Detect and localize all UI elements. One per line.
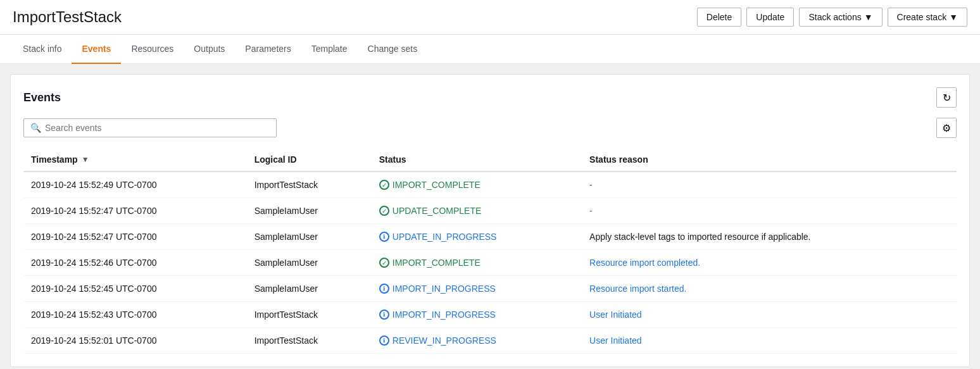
events-table: Timestamp ▼ Logical ID Status Status rea… <box>23 148 957 354</box>
status-reason-dash: - <box>589 206 593 216</box>
status-progress-icon: ℹ <box>379 310 389 320</box>
status-progress-icon: ℹ <box>379 232 389 242</box>
cell-status: ℹUPDATE_IN_PROGRESS <box>372 224 582 250</box>
delete-button[interactable]: Delete <box>697 8 741 27</box>
events-card: Events ↻ 🔍 ⚙ Timestamp ▼ <box>10 74 970 367</box>
status-progress-icon: ℹ <box>379 284 389 294</box>
header-actions: Delete Update Stack actions ▼ Create sta… <box>697 8 967 27</box>
cell-status-reason: - <box>582 172 957 198</box>
cell-status: ℹREVIEW_IN_PROGRESS <box>372 328 582 354</box>
status-reason-text: Apply stack-level tags to imported resou… <box>589 232 810 242</box>
table-row: 2019-10-24 15:52:01 UTC-0700ImportTestSt… <box>23 328 957 354</box>
status-text: IMPORT_COMPLETE <box>393 258 481 268</box>
status-reason-link[interactable]: User Initiated <box>589 335 641 346</box>
chevron-down-icon: ▼ <box>949 12 958 22</box>
cell-status-reason: - <box>582 198 957 224</box>
status-reason-link[interactable]: User Initiated <box>589 310 641 320</box>
cell-timestamp: 2019-10-24 15:52:49 UTC-0700 <box>23 172 247 198</box>
chevron-down-icon: ▼ <box>864 12 873 22</box>
col-header-status: Status <box>372 148 582 172</box>
status-text: REVIEW_IN_PROGRESS <box>393 335 496 346</box>
status-reason-link[interactable]: Resource import started. <box>589 284 686 294</box>
cell-status-reason: Resource import completed. <box>582 250 957 276</box>
tab-bar: Stack info Events Resources Outputs Para… <box>0 35 980 64</box>
page-title: ImportTestStack <box>13 8 122 26</box>
cell-logical-id: SampleIamUser <box>247 198 372 224</box>
card-header: Events ↻ <box>23 87 957 108</box>
tab-events[interactable]: Events <box>72 35 121 64</box>
tab-outputs[interactable]: Outputs <box>184 35 235 64</box>
col-header-status-reason: Status reason <box>582 148 957 172</box>
cell-status: ℹIMPORT_IN_PROGRESS <box>372 302 582 328</box>
cell-timestamp: 2019-10-24 15:52:47 UTC-0700 <box>23 224 247 250</box>
status-text: IMPORT_IN_PROGRESS <box>393 310 496 320</box>
cell-status-reason: Apply stack-level tags to imported resou… <box>582 224 957 250</box>
tab-resources[interactable]: Resources <box>121 35 184 64</box>
cell-timestamp: 2019-10-24 15:52:01 UTC-0700 <box>23 328 247 354</box>
col-header-logical-id: Logical ID <box>247 148 372 172</box>
status-reason-link[interactable]: Resource import completed. <box>589 258 700 268</box>
stack-actions-button[interactable]: Stack actions ▼ <box>799 8 882 27</box>
search-row: 🔍 ⚙ <box>23 118 957 138</box>
cell-logical-id: SampleIamUser <box>247 224 372 250</box>
refresh-button[interactable]: ↻ <box>936 87 957 108</box>
cell-timestamp: 2019-10-24 15:52:45 UTC-0700 <box>23 276 247 302</box>
sort-icon[interactable]: ▼ <box>82 155 89 164</box>
status-complete-icon: ✓ <box>379 206 389 216</box>
table-row: 2019-10-24 15:52:47 UTC-0700SampleIamUse… <box>23 198 957 224</box>
cell-status-reason: Resource import started. <box>582 276 957 302</box>
main-content: Events ↻ 🔍 ⚙ Timestamp ▼ <box>0 64 980 369</box>
status-text: UPDATE_IN_PROGRESS <box>393 232 497 242</box>
status-complete-icon: ✓ <box>379 258 389 268</box>
cell-status-reason: User Initiated <box>582 328 957 354</box>
status-complete-icon: ✓ <box>379 180 389 190</box>
status-text: IMPORT_COMPLETE <box>393 180 481 190</box>
cell-status: ✓UPDATE_COMPLETE <box>372 198 582 224</box>
cell-status-reason: User Initiated <box>582 302 957 328</box>
search-box: 🔍 <box>23 118 277 137</box>
refresh-icon: ↻ <box>943 92 951 104</box>
table-header-row: Timestamp ▼ Logical ID Status Status rea… <box>23 148 957 172</box>
cell-logical-id: SampleIamUser <box>247 276 372 302</box>
cell-status: ✓IMPORT_COMPLETE <box>372 250 582 276</box>
cell-timestamp: 2019-10-24 15:52:46 UTC-0700 <box>23 250 247 276</box>
page-header: ImportTestStack Delete Update Stack acti… <box>0 0 980 35</box>
table-row: 2019-10-24 15:52:49 UTC-0700ImportTestSt… <box>23 172 957 198</box>
status-text: IMPORT_IN_PROGRESS <box>393 284 496 294</box>
card-title: Events <box>23 91 61 104</box>
tab-stack-info[interactable]: Stack info <box>13 35 72 64</box>
search-input[interactable] <box>45 123 270 133</box>
cell-logical-id: ImportTestStack <box>247 328 372 354</box>
table-row: 2019-10-24 15:52:46 UTC-0700SampleIamUse… <box>23 250 957 276</box>
tab-change-sets[interactable]: Change sets <box>358 35 428 64</box>
table-row: 2019-10-24 15:52:45 UTC-0700SampleIamUse… <box>23 276 957 302</box>
gear-icon: ⚙ <box>942 122 951 134</box>
cell-logical-id: SampleIamUser <box>247 250 372 276</box>
cell-status: ℹIMPORT_IN_PROGRESS <box>372 276 582 302</box>
cell-timestamp: 2019-10-24 15:52:43 UTC-0700 <box>23 302 247 328</box>
settings-button[interactable]: ⚙ <box>936 118 957 138</box>
table-row: 2019-10-24 15:52:47 UTC-0700SampleIamUse… <box>23 224 957 250</box>
status-text: UPDATE_COMPLETE <box>393 206 482 216</box>
tab-template[interactable]: Template <box>301 35 358 64</box>
status-progress-icon: ℹ <box>379 335 389 346</box>
col-header-timestamp: Timestamp ▼ <box>23 148 247 172</box>
search-icon: 🔍 <box>30 123 41 133</box>
create-stack-button[interactable]: Create stack ▼ <box>888 8 967 27</box>
update-button[interactable]: Update <box>746 8 794 27</box>
cell-timestamp: 2019-10-24 15:52:47 UTC-0700 <box>23 198 247 224</box>
status-reason-dash: - <box>589 180 593 190</box>
cell-logical-id: ImportTestStack <box>247 172 372 198</box>
table-row: 2019-10-24 15:52:43 UTC-0700ImportTestSt… <box>23 302 957 328</box>
cell-logical-id: ImportTestStack <box>247 302 372 328</box>
tab-parameters[interactable]: Parameters <box>235 35 301 64</box>
cell-status: ✓IMPORT_COMPLETE <box>372 172 582 198</box>
